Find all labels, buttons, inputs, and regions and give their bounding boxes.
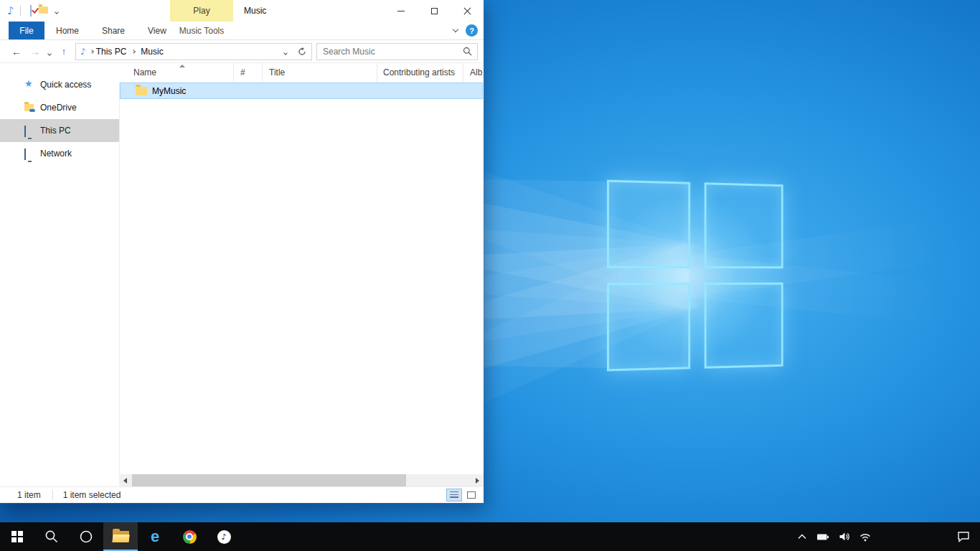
cortana-button[interactable] [69,522,103,551]
qat-customize-button[interactable] [55,6,58,16]
back-button[interactable]: ← [7,47,26,57]
chevron-down-icon [47,52,52,56]
speaker-icon [839,532,850,542]
search-box[interactable] [316,43,478,60]
contextual-tab-label: Play [193,6,209,16]
tab-home-label: Home [56,26,79,36]
chevron-up-icon [797,532,807,541]
large-icons-view-button[interactable] [463,489,479,501]
scroll-right-button[interactable] [471,474,484,486]
cloud-glyph [29,109,35,112]
window-title: Music [244,0,266,22]
scroll-left-button[interactable] [119,474,131,486]
address-row: ← → ↑ ♪ This PC Music [0,40,484,63]
network-monitor-glyph [24,149,26,160]
search-input[interactable] [317,47,463,57]
tab-music-tools[interactable]: Music Tools [170,22,233,39]
column-header-name[interactable]: Name [119,63,234,82]
view-buttons [446,489,479,501]
show-hidden-icons-button[interactable] [797,532,807,541]
volume-button[interactable] [839,532,850,542]
file-row-mymusic-selected[interactable]: MyMusic [120,83,483,99]
minimize-icon [397,11,405,11]
tab-music-tools-label: Music Tools [179,26,224,36]
windows-start-icon [11,531,23,542]
column-header-label: Alb [470,67,482,77]
sidebar-item-this-pc[interactable]: This PC [0,119,119,142]
wifi-icon [859,532,871,542]
file-explorer-icon [113,531,129,542]
address-dropdown-button[interactable] [278,47,293,57]
column-header-contributing-artists[interactable]: Contributing artists [377,63,463,82]
new-folder-icon [39,6,48,14]
chevron-right-icon[interactable] [132,50,136,54]
status-bar: 1 item 1 item selected [0,486,484,503]
file-explorer-window: ♪ Play Music File Home Share View Music … [0,0,484,503]
taskbar-search-button[interactable] [34,522,69,551]
music-note-glyph: ♪ [221,533,226,541]
column-header-label: # [240,67,245,77]
monitor-glyph [24,126,26,137]
properties-icon [30,5,32,17]
expand-ribbon-chevron-icon[interactable] [453,27,458,32]
start-button[interactable] [0,522,34,551]
minimize-button[interactable] [385,0,418,22]
quick-access-star-icon: ★ [24,79,33,88]
file-name: MyMusic [152,86,186,96]
large-icons-view-icon [467,491,476,499]
tab-share[interactable]: Share [90,22,136,39]
address-bar[interactable]: ♪ This PC Music [75,43,312,60]
triangle-left-icon [123,478,127,484]
sort-ascending-icon [179,65,185,67]
column-header-number[interactable]: # [234,63,263,82]
tab-view-label: View [148,26,166,36]
column-header-label: Name [133,67,156,77]
screen: ♪ Play Music File Home Share View Music … [0,0,980,551]
column-header-title[interactable]: Title [263,63,377,82]
action-center-icon [957,531,970,542]
help-button[interactable]: ? [466,24,478,37]
up-button[interactable]: ↑ [55,47,73,56]
maximize-icon [431,8,438,14]
navigation-pane: ★ Quick access OneDrive This PC Network [0,63,119,474]
column-header-label: Contributing artists [383,67,455,77]
taskbar-chrome-button[interactable] [172,522,207,551]
tab-share-label: Share [102,26,125,36]
ribbon-tab-row: File Home Share View Music Tools ? [0,22,484,40]
sidebar-item-onedrive[interactable]: OneDrive [0,96,119,119]
help-label: ? [469,27,474,35]
column-header-album[interactable]: Alb [463,63,484,82]
taskbar-internet-explorer-button[interactable]: e [138,522,172,551]
forward-button[interactable]: → [26,47,44,57]
action-center-button[interactable] [957,522,970,551]
battery-button[interactable] [816,532,829,542]
maximize-button[interactable] [418,0,451,22]
close-button[interactable] [451,0,484,22]
music-note-location-icon: ♪ [80,47,86,57]
details-view-button[interactable] [446,489,462,501]
scrollbar-thumb[interactable] [132,474,406,486]
chrome-icon [183,530,197,544]
chevron-down-icon [55,10,59,14]
breadcrumb-music[interactable]: Music [138,47,166,57]
breadcrumb-this-pc[interactable]: This PC [93,47,130,57]
taskbar-itunes-button[interactable]: ♪ [207,522,241,551]
network-button[interactable] [859,532,871,542]
horizontal-scrollbar[interactable] [119,474,484,486]
search-icon[interactable] [463,47,472,56]
folder-glyph [24,104,34,111]
magnifier-glyph [463,47,472,56]
sidebar-item-network[interactable]: Network [0,142,119,165]
qat-new-folder-button[interactable] [39,6,48,16]
sidebar-item-label: Network [40,149,72,159]
tab-home[interactable]: Home [44,22,90,39]
recent-locations-button[interactable] [44,47,55,57]
selection-count: 1 item selected [52,490,121,500]
taskbar-file-explorer-button[interactable] [103,522,138,551]
contextual-tab-play[interactable]: Play [170,0,233,22]
titlebar[interactable]: ♪ Play Music [0,0,484,22]
refresh-button[interactable] [293,44,311,60]
tab-file[interactable]: File [9,22,44,39]
qat-properties-button[interactable] [30,6,32,16]
sidebar-item-quick-access[interactable]: ★ Quick access [0,73,119,96]
